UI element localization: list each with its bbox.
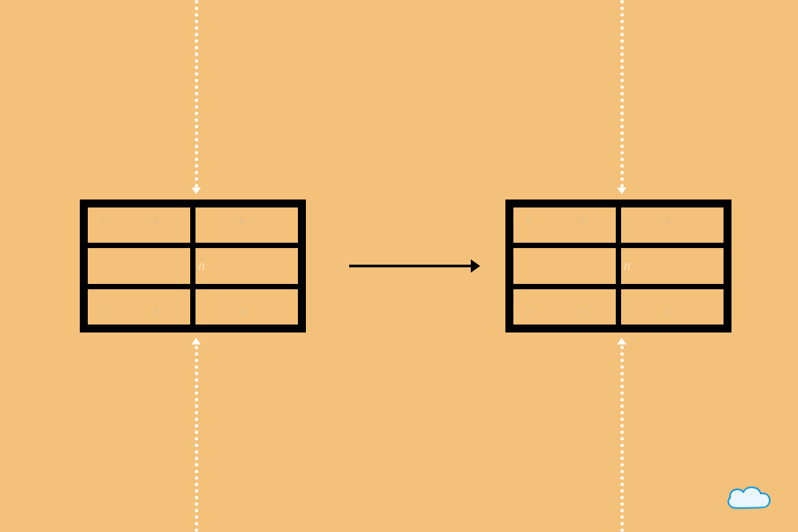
grid-cell — [193, 287, 301, 327]
grid-left — [80, 200, 306, 332]
grid-cell — [193, 205, 301, 245]
grid-cell — [85, 205, 193, 245]
grid-cell — [618, 245, 726, 286]
grid-cell — [511, 287, 618, 327]
grid-cell — [85, 287, 193, 327]
grid-cell — [85, 245, 193, 286]
grid-cell — [511, 205, 618, 245]
grid-cell — [618, 205, 726, 245]
arrowhead-down-icon — [617, 188, 626, 194]
cloud-icon — [722, 480, 775, 513]
arrowhead-down-icon — [192, 188, 201, 194]
grid-cell — [511, 245, 618, 286]
grid-cell — [193, 245, 301, 286]
dotted-arrow-left-bottom — [195, 346, 198, 532]
arrowhead-up-icon — [617, 338, 626, 344]
transform-arrow-right-icon — [349, 265, 472, 267]
dotted-arrow-right-bottom — [620, 346, 624, 532]
arrowhead-up-icon — [192, 338, 201, 344]
grid-right — [505, 200, 732, 332]
dotted-arrow-right-top — [620, 0, 624, 188]
dotted-arrow-left-top — [195, 0, 198, 188]
grid-cell — [618, 287, 726, 327]
